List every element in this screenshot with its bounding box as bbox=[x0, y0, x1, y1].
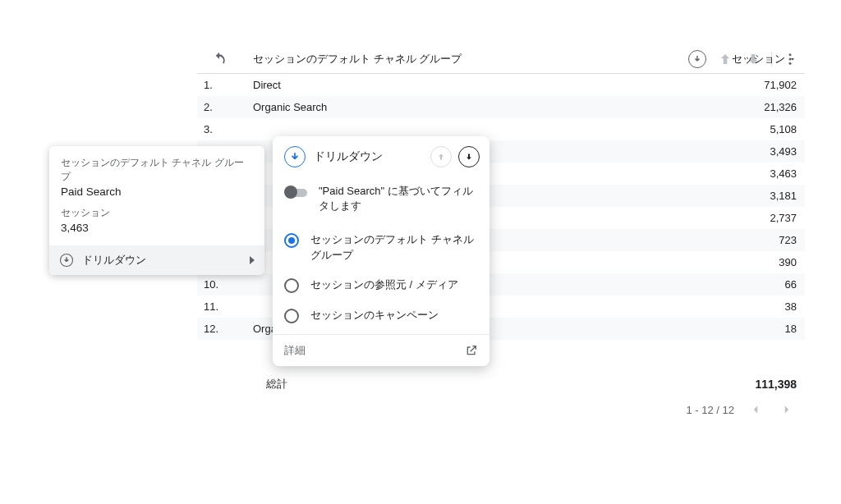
chevron-right-icon bbox=[250, 256, 255, 264]
drilldown-icon bbox=[59, 253, 74, 268]
radio-icon bbox=[284, 278, 299, 293]
dimension-header[interactable]: セッションのデフォルト チャネル グループ bbox=[246, 45, 657, 74]
drilldown-options: セッションのデフォルト チャネル グループ セッションの参照元 / メディア セ… bbox=[273, 222, 489, 333]
chevron-right-icon bbox=[779, 402, 794, 417]
tooltip-dimension-value: Paid Search bbox=[61, 186, 253, 198]
drilldown-icon bbox=[284, 146, 306, 167]
datapoint-tooltip: セッションのデフォルト チャネル グループ Paid Search セッション … bbox=[49, 146, 264, 275]
metric-header[interactable]: セッション bbox=[657, 45, 805, 74]
totals-row: 総計 111,398 bbox=[197, 377, 805, 392]
option-label: セッションの参照元 / メディア bbox=[310, 277, 458, 292]
tooltip-dimension-label: セッションのデフォルト チャネル グループ bbox=[61, 156, 253, 184]
tooltip-drilldown-label: ドリルダウン bbox=[82, 253, 146, 268]
tooltip-drilldown-row[interactable]: ドリルダウン bbox=[49, 245, 264, 275]
details-label: 詳細 bbox=[284, 343, 306, 358]
external-link-icon bbox=[465, 344, 478, 357]
filter-toggle-label: "Paid Search" に基づいてフィルタします bbox=[319, 184, 478, 213]
pager-range: 1 - 12 / 12 bbox=[686, 404, 734, 416]
option-label: セッションのデフォルト チャネル グループ bbox=[310, 232, 478, 262]
sort-desc-icon bbox=[788, 55, 797, 63]
drilldown-popover: ドリルダウン "Paid Search" に基づいてフィルタします セッションの… bbox=[273, 136, 489, 366]
filter-toggle[interactable] bbox=[284, 186, 309, 199]
option-label: セッションのキャンペーン bbox=[310, 308, 439, 323]
totals-value: 111,398 bbox=[755, 378, 797, 391]
table-row[interactable]: 1.Direct71,902 bbox=[197, 74, 805, 97]
pager-prev-button[interactable] bbox=[746, 400, 765, 419]
tooltip-metric-value: 3,463 bbox=[61, 222, 253, 234]
chevron-left-icon bbox=[748, 402, 763, 417]
table-header-row: セッションのデフォルト チャネル グループ セッション bbox=[197, 45, 805, 74]
drilldown-option[interactable]: セッションのキャンペーン bbox=[273, 300, 489, 331]
totals-label: 総計 bbox=[266, 377, 287, 392]
drilldown-option[interactable]: セッションの参照元 / メディア bbox=[273, 270, 489, 300]
table-row[interactable]: 2.Organic Search21,326 bbox=[197, 96, 805, 118]
drill-up-button bbox=[430, 146, 452, 167]
pager-next-button[interactable] bbox=[777, 400, 797, 419]
tooltip-metric-label: セッション bbox=[61, 206, 253, 220]
popover-details-row[interactable]: 詳細 bbox=[273, 334, 489, 366]
popover-title: ドリルダウン bbox=[314, 149, 383, 164]
radio-icon bbox=[284, 309, 299, 323]
filter-toggle-row[interactable]: "Paid Search" に基づいてフィルタします bbox=[273, 176, 489, 222]
radio-icon bbox=[284, 233, 299, 248]
drilldown-option[interactable]: セッションのデフォルト チャネル グループ bbox=[273, 225, 489, 269]
arrow-down-icon bbox=[464, 152, 474, 162]
pager: 1 - 12 / 12 bbox=[197, 400, 805, 419]
arrow-up-icon bbox=[436, 152, 446, 162]
drill-down-button[interactable] bbox=[458, 146, 480, 167]
